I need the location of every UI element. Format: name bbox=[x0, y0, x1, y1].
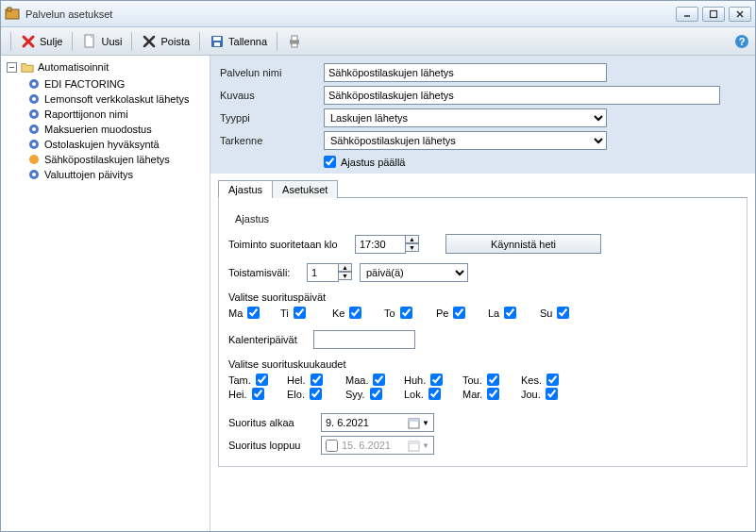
collapse-icon[interactable]: – bbox=[7, 62, 17, 73]
type-label: Tyyppi bbox=[220, 112, 324, 124]
close-window-button[interactable] bbox=[729, 7, 751, 22]
tree-item[interactable]: Sähköpostilaskujen lähetys bbox=[25, 152, 206, 167]
svg-rect-3 bbox=[711, 10, 717, 17]
chevron-down-icon: ▼ bbox=[422, 441, 429, 450]
service-form: Palvelun nimi Kuvaus Tyyppi Laskujen läh… bbox=[210, 56, 755, 174]
tree-item-label: Raporttijonon nimi bbox=[44, 108, 128, 120]
day-checkbox[interactable] bbox=[557, 307, 569, 319]
spinner-down-icon[interactable]: ▼ bbox=[405, 243, 419, 252]
tree-item[interactable]: Ostolaskujen hyväksyntä bbox=[25, 137, 206, 152]
close-button[interactable]: Sulje bbox=[17, 32, 66, 51]
type-select[interactable]: Laskujen lähetys bbox=[324, 108, 607, 127]
new-label: Uusi bbox=[101, 36, 122, 47]
day-label: Ma bbox=[228, 308, 243, 319]
spinner-up-icon[interactable]: ▲ bbox=[405, 235, 419, 243]
month-label: Tou. bbox=[462, 374, 482, 386]
month-checkbox[interactable] bbox=[252, 388, 264, 400]
tab-settings[interactable]: Asetukset bbox=[272, 180, 338, 198]
tab-schedule[interactable]: Ajastus bbox=[218, 180, 273, 198]
day-checkbox[interactable] bbox=[504, 307, 516, 319]
end-date-checkbox[interactable] bbox=[326, 440, 338, 452]
month-checkbox[interactable] bbox=[487, 388, 499, 400]
day-checkbox[interactable] bbox=[400, 307, 412, 319]
month-checkbox[interactable] bbox=[373, 374, 385, 386]
month-checkbox[interactable] bbox=[430, 374, 443, 386]
month-label: Lok. bbox=[404, 389, 424, 400]
delete-button[interactable]: Poista bbox=[138, 32, 193, 51]
day-checkbox[interactable] bbox=[294, 307, 306, 319]
app-icon bbox=[5, 7, 20, 22]
month-label: Hei. bbox=[228, 389, 247, 400]
svg-rect-16 bbox=[292, 36, 297, 41]
name-input[interactable] bbox=[324, 63, 607, 82]
month-checkbox[interactable] bbox=[546, 374, 559, 386]
print-icon bbox=[287, 34, 302, 49]
enabled-checkbox[interactable] bbox=[324, 156, 336, 168]
svg-rect-14 bbox=[214, 42, 220, 46]
day-label: Ti bbox=[280, 308, 289, 319]
month-checkbox[interactable] bbox=[370, 388, 382, 400]
start-date-input[interactable]: 9. 6.2021 ▼ bbox=[321, 413, 434, 432]
spinner-down-icon[interactable]: ▼ bbox=[338, 272, 352, 280]
svg-point-21 bbox=[32, 82, 36, 86]
minimize-button[interactable] bbox=[676, 7, 698, 22]
folder-icon bbox=[21, 60, 34, 74]
month-label: Tam. bbox=[228, 374, 251, 386]
help-button[interactable]: ? bbox=[734, 34, 749, 49]
calendar-days-input[interactable] bbox=[313, 330, 415, 349]
interval-value[interactable]: 1 ▲▼ bbox=[307, 263, 352, 282]
calendar-icon bbox=[408, 417, 420, 429]
gear-icon bbox=[27, 92, 41, 106]
tree-item[interactable]: Valuuttojen päivitys bbox=[25, 167, 206, 182]
delete-label: Poista bbox=[160, 36, 190, 47]
month-label: Jou. bbox=[521, 389, 541, 400]
gear-icon bbox=[27, 153, 41, 166]
svg-point-33 bbox=[32, 173, 36, 176]
enabled-label: Ajastus päällä bbox=[341, 157, 406, 168]
month-checkbox[interactable] bbox=[546, 388, 558, 400]
day-checkbox[interactable] bbox=[247, 307, 260, 319]
maximize-button[interactable] bbox=[702, 7, 725, 22]
desc-input[interactable] bbox=[324, 86, 720, 105]
month-checkbox[interactable] bbox=[428, 388, 441, 400]
end-date-input[interactable]: 15. 6.2021 ▼ bbox=[321, 436, 434, 455]
day-checkbox[interactable] bbox=[453, 307, 465, 319]
svg-point-25 bbox=[32, 112, 36, 116]
tree-item-label: Lemonsoft verkkolaskut lähetys bbox=[44, 93, 189, 105]
month-checkbox[interactable] bbox=[256, 374, 268, 386]
month-label: Kes. bbox=[521, 374, 542, 386]
run-now-button[interactable]: Käynnistä heti bbox=[445, 234, 601, 254]
delete-icon bbox=[142, 34, 157, 49]
gear-icon bbox=[27, 168, 41, 181]
new-button[interactable]: Uusi bbox=[78, 32, 126, 51]
save-icon bbox=[210, 34, 225, 49]
tab-strip: Ajastus Asetukset bbox=[218, 179, 748, 198]
gear-icon bbox=[27, 123, 41, 136]
tree-item[interactable]: Raporttijonon nimi bbox=[25, 107, 206, 122]
close-label: Sulje bbox=[40, 36, 62, 47]
interval-unit-select[interactable]: päivä(ä) bbox=[360, 263, 468, 282]
run-at-time[interactable]: 17:30 ▲▼ bbox=[355, 235, 419, 254]
print-button[interactable] bbox=[283, 32, 306, 51]
tree-item[interactable]: Maksuerien muodostus bbox=[25, 122, 206, 137]
tree-item-label: Valuuttojen päivitys bbox=[44, 169, 133, 180]
month-label: Mar. bbox=[462, 389, 482, 400]
tree-root[interactable]: – Automatisoinnit bbox=[5, 59, 206, 75]
day-checkbox[interactable] bbox=[349, 307, 361, 319]
save-label: Tallenna bbox=[228, 36, 267, 47]
tree-root-label: Automatisoinnit bbox=[38, 61, 109, 73]
start-label: Suoritus alkaa bbox=[228, 417, 313, 428]
tree-item[interactable]: EDI FACTORING bbox=[25, 76, 206, 91]
gear-icon bbox=[27, 77, 41, 91]
calendar-icon bbox=[408, 440, 420, 452]
chevron-down-icon: ▼ bbox=[422, 419, 429, 427]
spec-select[interactable]: Sähköpostilaskujen lähetys bbox=[324, 131, 607, 150]
tree-item-label: Maksuerien muodostus bbox=[44, 124, 152, 135]
month-checkbox[interactable] bbox=[311, 374, 323, 386]
window-titlebar: Palvelun asetukset bbox=[1, 1, 755, 27]
tree-item[interactable]: Lemonsoft verkkolaskut lähetys bbox=[25, 91, 206, 107]
save-button[interactable]: Tallenna bbox=[206, 32, 271, 51]
month-checkbox[interactable] bbox=[487, 374, 499, 386]
month-checkbox[interactable] bbox=[310, 388, 322, 400]
spinner-up-icon[interactable]: ▲ bbox=[338, 263, 352, 272]
